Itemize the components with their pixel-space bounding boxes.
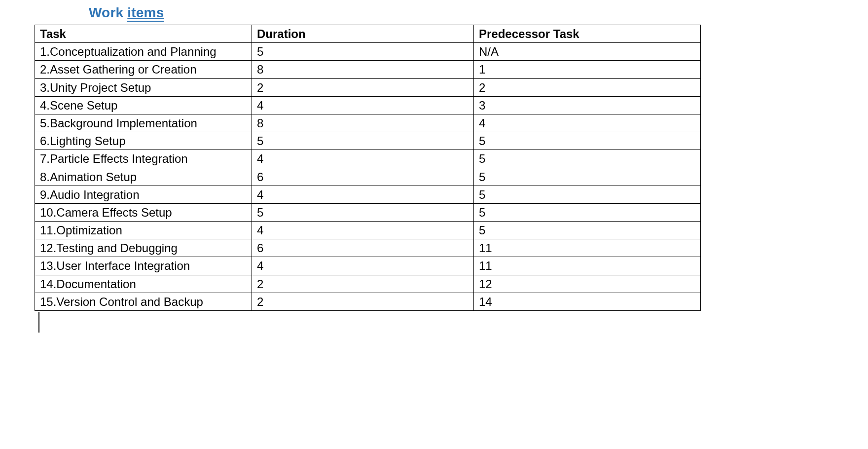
table-row: 1.Conceptualization and Planning 5 N/A [35, 43, 701, 61]
cell-task: 1.Conceptualization and Planning [35, 43, 252, 61]
cell-duration: 6 [252, 239, 474, 257]
col-header-duration: Duration [252, 25, 474, 43]
cell-predecessor: 14 [474, 293, 701, 310]
cell-predecessor: 5 [474, 132, 701, 150]
cell-duration: 2 [252, 78, 474, 96]
cell-task: 14.Documentation [35, 275, 252, 293]
table-row: 8.Animation Setup 6 5 [35, 168, 701, 186]
cell-task: 11.Optimization [35, 222, 252, 239]
table-header-row: Task Duration Predecessor Task [35, 25, 701, 43]
cell-predecessor: N/A [474, 43, 701, 61]
table-body: 1.Conceptualization and Planning 5 N/A 2… [35, 43, 701, 311]
cell-task: 6.Lighting Setup [35, 132, 252, 150]
work-items-table: Task Duration Predecessor Task 1.Concept… [35, 25, 701, 311]
cell-task: 2.Asset Gathering or Creation [35, 61, 252, 78]
cell-duration: 4 [252, 186, 474, 203]
table-row: 3.Unity Project Setup 2 2 [35, 78, 701, 96]
table-row: 14.Documentation 2 12 [35, 275, 701, 293]
document-page: Work items Task Duration Predecessor Tas… [0, 0, 868, 449]
cell-predecessor: 11 [474, 257, 701, 275]
section-heading: Work items [89, 5, 868, 21]
table-row: 10.Camera Effects Setup 5 5 [35, 203, 701, 221]
cell-predecessor: 12 [474, 275, 701, 293]
cell-task: 4.Scene Setup [35, 96, 252, 114]
cell-duration: 8 [252, 61, 474, 78]
cell-duration: 6 [252, 168, 474, 186]
table-row: 15.Version Control and Backup 2 14 [35, 293, 701, 310]
cell-duration: 4 [252, 96, 474, 114]
col-header-task: Task [35, 25, 252, 43]
cell-predecessor: 5 [474, 168, 701, 186]
cell-duration: 5 [252, 132, 474, 150]
cell-duration: 4 [252, 257, 474, 275]
cell-task: 5.Background Implementation [35, 114, 252, 132]
col-header-predecessor: Predecessor Task [474, 25, 701, 43]
cell-task: 9.Audio Integration [35, 186, 252, 203]
cell-duration: 4 [252, 150, 474, 168]
table-row: 5.Background Implementation 8 4 [35, 114, 701, 132]
cell-duration: 2 [252, 293, 474, 310]
cell-task: 3.Unity Project Setup [35, 78, 252, 96]
table-row: 9.Audio Integration 4 5 [35, 186, 701, 203]
cell-predecessor: 4 [474, 114, 701, 132]
table-row: 7.Particle Effects Integration 4 5 [35, 150, 701, 168]
cell-predecessor: 1 [474, 61, 701, 78]
cell-predecessor: 5 [474, 186, 701, 203]
table-row: 13.User Interface Integration 4 11 [35, 257, 701, 275]
cell-duration: 5 [252, 43, 474, 61]
table-row: 6.Lighting Setup 5 5 [35, 132, 701, 150]
text-cursor-icon [38, 312, 39, 333]
cell-predecessor: 3 [474, 96, 701, 114]
heading-word-1: Work [89, 5, 123, 20]
cell-predecessor: 5 [474, 222, 701, 239]
cell-task: 15.Version Control and Backup [35, 293, 252, 310]
cell-duration: 2 [252, 275, 474, 293]
table-row: 11.Optimization 4 5 [35, 222, 701, 239]
cell-duration: 4 [252, 222, 474, 239]
cell-task: 8.Animation Setup [35, 168, 252, 186]
table-row: 4.Scene Setup 4 3 [35, 96, 701, 114]
cell-task: 13.User Interface Integration [35, 257, 252, 275]
cell-duration: 8 [252, 114, 474, 132]
heading-word-2: items [127, 5, 164, 22]
text-cursor-area[interactable] [38, 311, 868, 333]
cell-task: 10.Camera Effects Setup [35, 203, 252, 221]
cell-task: 7.Particle Effects Integration [35, 150, 252, 168]
cell-duration: 5 [252, 203, 474, 221]
table-row: 2.Asset Gathering or Creation 8 1 [35, 61, 701, 78]
cell-task: 12.Testing and Debugging [35, 239, 252, 257]
cell-predecessor: 11 [474, 239, 701, 257]
cell-predecessor: 5 [474, 150, 701, 168]
cell-predecessor: 5 [474, 203, 701, 221]
table-row: 12.Testing and Debugging 6 11 [35, 239, 701, 257]
cell-predecessor: 2 [474, 78, 701, 96]
